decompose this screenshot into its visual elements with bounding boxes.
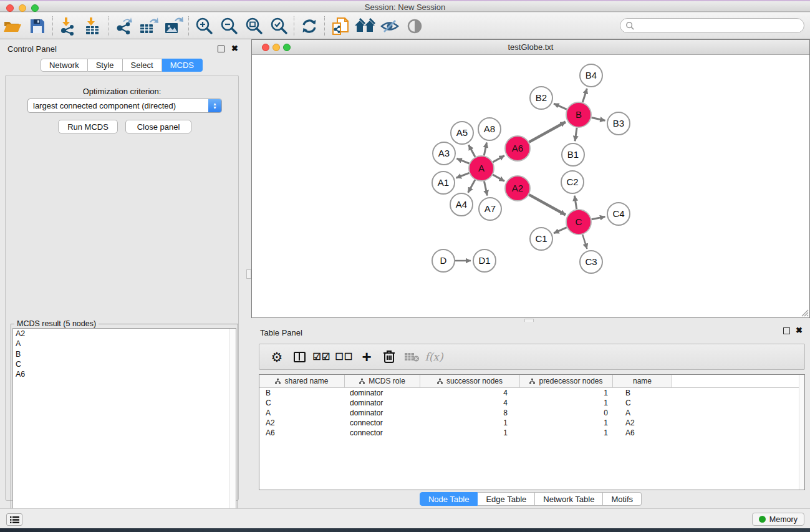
table-cell[interactable]: A6	[259, 428, 345, 437]
table-row[interactable]: Bdominator41B	[259, 388, 804, 398]
tab-motifs[interactable]: Motifs	[603, 492, 642, 506]
column-header-name[interactable]: name	[613, 375, 672, 387]
export-network-button[interactable]	[111, 15, 136, 37]
edge-C-C1[interactable]	[554, 228, 567, 233]
table-cell[interactable]: A6	[613, 428, 672, 437]
table-cell[interactable]: A	[613, 409, 672, 417]
edge-A-A8[interactable]	[484, 143, 486, 156]
table-row[interactable]: A2connector11A2	[259, 418, 804, 428]
show-columns-button[interactable]	[288, 346, 311, 367]
table-cell[interactable]: dominator	[345, 409, 420, 417]
table-cell[interactable]: B	[259, 389, 345, 397]
network-graph-canvas[interactable]: AA6A2BCA5A8A3A1A4A7B2B4B3B1C2C1C4C3DD1	[252, 55, 809, 317]
float-panel-icon[interactable]	[218, 46, 224, 52]
tab-network[interactable]: Network	[41, 59, 88, 72]
edge-B-B1[interactable]	[575, 128, 577, 141]
close-table-panel-icon[interactable]: ✖	[796, 326, 803, 335]
clone-network-button[interactable]	[327, 15, 352, 37]
zoom-selected-button[interactable]	[266, 15, 291, 37]
edge-A-A4[interactable]	[468, 180, 475, 192]
edge-A-A7[interactable]	[484, 181, 487, 196]
edge-A2-C[interactable]	[529, 195, 566, 215]
edge-C-C3[interactable]	[582, 235, 587, 249]
tab-edge-table[interactable]: Edge Table	[478, 492, 535, 506]
delete-row-button[interactable]	[378, 346, 400, 367]
tab-select[interactable]: Select	[123, 59, 162, 72]
table-cell[interactable]: connector	[345, 428, 420, 437]
import-network-button[interactable]	[55, 15, 80, 37]
export-image-button[interactable]	[161, 15, 186, 37]
hide-panels-button[interactable]	[377, 15, 402, 37]
table-cell[interactable]: connector	[345, 418, 420, 427]
table-cell[interactable]: dominator	[345, 389, 420, 397]
edge-B-B3[interactable]	[592, 117, 605, 120]
zoom-out-button[interactable]	[216, 15, 241, 37]
node-table[interactable]: shared nameMCDS rolesuccessor nodesprede…	[259, 374, 805, 490]
table-cell[interactable]: 1	[420, 428, 520, 437]
float-table-panel-icon[interactable]	[783, 327, 790, 334]
table-settings-button[interactable]: ⚙	[266, 346, 288, 367]
column-header-predecessor-nodes[interactable]: predecessor nodes	[520, 375, 613, 387]
edge-A6-B[interactable]	[529, 122, 566, 142]
table-cell[interactable]: 8	[420, 409, 520, 417]
home-button[interactable]	[352, 15, 377, 37]
list-scrollbar[interactable]	[229, 329, 236, 530]
table-cell[interactable]: 4	[420, 389, 520, 397]
function-builder-button[interactable]: f(x)	[423, 346, 445, 367]
table-cell[interactable]: 1	[520, 428, 613, 437]
refresh-button[interactable]	[297, 15, 322, 37]
mcds-result-item[interactable]: C	[13, 359, 236, 369]
tab-mcds[interactable]: MCDS	[162, 59, 203, 72]
column-header-MCDS-role[interactable]: MCDS role	[345, 375, 420, 387]
search-input[interactable]	[620, 18, 804, 33]
table-cell[interactable]: dominator	[345, 399, 420, 407]
zoom-in-button[interactable]	[191, 15, 216, 37]
save-session-button[interactable]	[25, 15, 50, 37]
edge-A-A1[interactable]	[456, 173, 470, 178]
column-header-shared-name[interactable]: shared name	[259, 375, 345, 387]
edge-C-C4[interactable]	[592, 216, 605, 219]
tab-style[interactable]: Style	[88, 59, 123, 72]
table-row[interactable]: Adominator80A	[259, 408, 804, 418]
table-cell[interactable]: A2	[613, 418, 672, 427]
edge-B-B2[interactable]	[554, 104, 567, 109]
table-cell[interactable]: A2	[259, 418, 345, 427]
table-row[interactable]: Cdominator41C	[259, 398, 804, 408]
edge-A-A2[interactable]	[493, 175, 504, 181]
table-scrollbar[interactable]	[799, 375, 804, 490]
close-panel-icon[interactable]: ✖	[231, 44, 238, 53]
show-panels-button[interactable]	[402, 15, 427, 37]
edge-B-B4[interactable]	[582, 89, 587, 102]
search-field[interactable]	[635, 21, 804, 31]
edge-A-A6[interactable]	[493, 156, 504, 162]
mcds-result-item[interactable]: B	[13, 349, 236, 359]
column-header-successor-nodes[interactable]: successor nodes	[420, 375, 520, 387]
run-mcds-button[interactable]: Run MCDS	[58, 120, 118, 133]
tab-node-table[interactable]: Node Table	[420, 492, 478, 506]
export-table-button[interactable]	[136, 15, 161, 37]
table-row[interactable]: A6connector11A6	[259, 428, 804, 438]
import-table-button[interactable]	[80, 15, 105, 37]
open-file-button[interactable]	[0, 15, 25, 37]
table-cell[interactable]: 1	[520, 418, 613, 427]
table-cell[interactable]: 4	[420, 399, 520, 407]
edge-A-A5[interactable]	[469, 145, 475, 157]
edge-C-C2[interactable]	[574, 196, 576, 210]
vertical-splitter-handle[interactable]	[246, 269, 251, 279]
network-window-titlebar[interactable]: testGlobe.txt	[252, 40, 809, 55]
table-cell[interactable]: B	[613, 389, 672, 397]
table-cell[interactable]: C	[259, 399, 345, 407]
delete-table-button[interactable]	[400, 346, 423, 367]
mcds-result-item[interactable]: A	[13, 339, 236, 349]
deselect-all-button[interactable]: ☐☐	[333, 346, 355, 367]
table-cell[interactable]: 1	[520, 399, 613, 407]
task-history-button[interactable]	[6, 513, 22, 526]
edge-A-A3[interactable]	[456, 158, 469, 163]
zoom-fit-button[interactable]	[241, 15, 266, 37]
table-cell[interactable]: 1	[520, 389, 613, 397]
table-cell[interactable]: 1	[420, 418, 520, 427]
criterion-select[interactable]: largest connected component (directed) ▲…	[27, 99, 222, 113]
table-cell[interactable]: 0	[520, 409, 613, 417]
mcds-result-item[interactable]: A2	[13, 329, 236, 339]
table-cell[interactable]: C	[613, 399, 672, 407]
